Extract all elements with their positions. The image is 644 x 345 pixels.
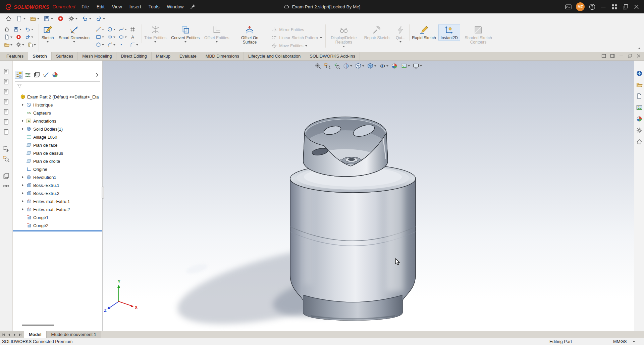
quick-options-icon[interactable] xyxy=(67,14,79,23)
dropdown-caret-icon[interactable] xyxy=(350,65,352,67)
dropdown-caret-icon[interactable] xyxy=(102,29,104,30)
ribbon-linear-sketch-pattern[interactable]: Linear Sketch Pattern xyxy=(271,35,322,41)
dropdown-caret-icon[interactable] xyxy=(408,65,410,67)
quick-save-icon[interactable] xyxy=(42,14,54,23)
dropdown-caret-icon[interactable] xyxy=(47,41,49,43)
previous-icon[interactable] xyxy=(7,333,11,337)
quick-3dexperience-icon[interactable] xyxy=(56,14,65,23)
clipboard-icon[interactable] xyxy=(3,118,10,125)
tab-surfaces[interactable]: Surfaces xyxy=(52,52,78,60)
panel-tab-dimxpert-tab-icon[interactable] xyxy=(42,71,50,79)
tab-solidworks-add-ins[interactable]: SOLIDWORKS Add-Ins xyxy=(305,52,360,60)
appearances-icon[interactable] xyxy=(636,116,643,122)
tree-item-capteurs[interactable]: Capteurs xyxy=(13,109,102,117)
ribbon-sketch[interactable]: Sketch xyxy=(39,24,56,43)
quick-home-icon[interactable] xyxy=(4,14,13,23)
dropdown-caret-icon[interactable] xyxy=(103,18,105,19)
quick-open-icon[interactable] xyxy=(4,42,12,48)
dropdown-caret-icon[interactable] xyxy=(10,37,12,38)
clipboard-icon[interactable] xyxy=(3,98,10,105)
ribbon-smart-dimension[interactable]: Smart Dimension xyxy=(56,24,92,43)
menu-insert[interactable]: Insert xyxy=(126,0,145,13)
ribbon-convert-entities[interactable]: Convert Entities xyxy=(169,24,202,43)
dropdown-caret-icon[interactable] xyxy=(31,37,33,38)
tab-markup[interactable]: Markup xyxy=(152,52,175,60)
menu-file[interactable]: File xyxy=(78,0,93,13)
hud-view-orientation-icon[interactable] xyxy=(355,63,364,69)
user-avatar[interactable]: MZ xyxy=(576,2,585,11)
panel-tab-configurationmanager-tab-icon[interactable] xyxy=(33,71,41,79)
ribbon-repair-sketch[interactable]: Repair Sketch xyxy=(362,24,392,41)
ribbon-rapid-sketch[interactable]: Rapid Sketch xyxy=(409,24,438,41)
dropdown-caret-icon[interactable] xyxy=(37,18,39,19)
expand-arrow-icon[interactable] xyxy=(22,104,23,106)
graphics-area[interactable]: Y X Z xyxy=(103,61,634,331)
clipboard-icon[interactable] xyxy=(3,108,10,115)
tab-sketch[interactable]: Sketch xyxy=(28,52,52,60)
dropdown-caret-icon[interactable] xyxy=(305,45,307,47)
tool-line-tool-icon[interactable] xyxy=(96,26,104,32)
ribbon-qui[interactable]: Qui... xyxy=(392,24,409,43)
pin-icon[interactable] xyxy=(190,4,196,10)
app-launcher-icon[interactable] xyxy=(611,3,618,10)
dropdown-caret-icon[interactable] xyxy=(75,18,77,19)
panel-hscroll-thumb[interactable] xyxy=(22,325,54,326)
dropdown-caret-icon[interactable] xyxy=(22,44,24,46)
hud-section-view-icon[interactable] xyxy=(343,63,352,69)
ribbon-move-entities[interactable]: Move Entities xyxy=(271,43,307,49)
tab-mesh-modeling[interactable]: Mesh Modeling xyxy=(78,52,116,60)
next-icon[interactable] xyxy=(12,333,17,337)
dock-panel-icon[interactable] xyxy=(601,53,606,59)
quick-open-icon[interactable] xyxy=(29,14,41,23)
close-icon[interactable] xyxy=(633,3,640,10)
panel-tab-displaymanager-tab-icon[interactable] xyxy=(51,71,59,79)
resources-icon[interactable] xyxy=(636,138,643,145)
tab-features[interactable]: Features xyxy=(2,52,28,60)
panel-splitter-handle[interactable] xyxy=(102,187,104,199)
dropdown-caret-icon[interactable] xyxy=(113,29,115,30)
tree-item-plan-de-droite[interactable]: Plan de droite xyxy=(13,157,102,165)
quick-new-document-icon[interactable] xyxy=(15,14,27,23)
tool-arc-tool-icon[interactable] xyxy=(107,42,115,48)
dropdown-caret-icon[interactable] xyxy=(374,65,376,67)
maximize-icon[interactable] xyxy=(627,53,633,59)
tree-item-origine[interactable]: Origine xyxy=(13,165,102,173)
console-icon[interactable] xyxy=(565,3,572,10)
hud-apply-scene-icon[interactable] xyxy=(400,63,410,69)
hud-zoom-area-icon[interactable] xyxy=(324,63,331,69)
dropdown-caret-icon[interactable] xyxy=(362,65,364,67)
menu-tools[interactable]: Tools xyxy=(145,0,163,13)
quick-new-document-icon[interactable] xyxy=(4,34,12,40)
first-icon[interactable] xyxy=(2,333,6,337)
tree-item-annotations[interactable]: AAnnotations xyxy=(13,117,102,125)
hud-hide-show-icon[interactable] xyxy=(379,63,388,69)
dropdown-caret-icon[interactable] xyxy=(19,29,21,30)
tree-item-alliage-1060[interactable]: Alliage 1060 xyxy=(13,133,102,141)
tool-polygon-tool-icon[interactable] xyxy=(96,42,104,48)
dropdown-caret-icon[interactable] xyxy=(386,65,388,67)
tree-item-cong-2[interactable]: Congé2 xyxy=(13,221,102,229)
ribbon-trim-entities[interactable]: Trim Entities xyxy=(142,24,169,43)
quick-home-icon[interactable] xyxy=(4,26,10,32)
tree-item-plan-de-face[interactable]: Plan de face xyxy=(13,141,102,149)
tree-item-plan-de-dessus[interactable]: Plan de dessus xyxy=(13,149,102,157)
close-icon[interactable] xyxy=(636,53,641,59)
tree-item-exam-part-2-d-faut-d-faut-eta[interactable]: Exam Part 2 (Défaut) <<Défaut>_Eta xyxy=(13,93,102,101)
dropdown-caret-icon[interactable] xyxy=(10,44,12,46)
dropdown-caret-icon[interactable] xyxy=(73,41,75,43)
panel-tab-propertymanager-tab-icon[interactable] xyxy=(24,71,32,79)
tree-item-enl-v-mat-extru-2[interactable]: Enlèv. mat.-Extru.2 xyxy=(13,205,102,213)
dropdown-caret-icon[interactable] xyxy=(216,41,218,43)
tool-slot-tool-icon[interactable] xyxy=(107,34,115,40)
tree-item-boss-extru-1[interactable]: Boss.-Extru.1 xyxy=(13,181,102,189)
ribbon-offset-on-surface[interactable]: Offset On Surface xyxy=(231,24,268,46)
hud-display-style-icon[interactable] xyxy=(367,63,376,69)
tool-sketch-fillet-tool-icon[interactable] xyxy=(130,42,138,48)
maximize-icon[interactable] xyxy=(622,3,629,10)
quick-3dexperience-icon[interactable] xyxy=(16,34,21,40)
dropdown-caret-icon[interactable] xyxy=(184,41,186,43)
tab-direct-editing[interactable]: Direct Editing xyxy=(116,52,151,60)
tool-rectangle-tool-icon[interactable] xyxy=(96,34,104,40)
tree-filter-input[interactable] xyxy=(23,83,98,88)
panel-tab-featuremanager-tab-icon[interactable] xyxy=(15,71,23,79)
